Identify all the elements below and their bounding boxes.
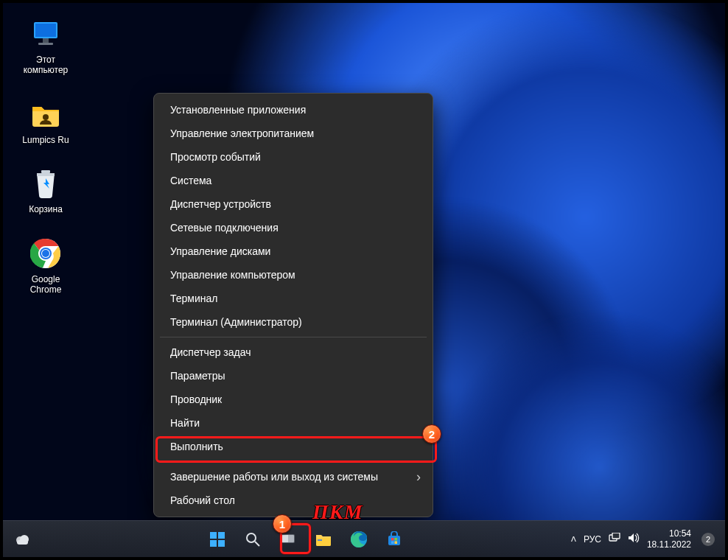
svg-rect-13 bbox=[210, 532, 217, 539]
svg-rect-2 bbox=[43, 38, 49, 43]
search-icon bbox=[245, 531, 261, 547]
winx-item-сетевые-подключения[interactable]: Сетевые подключения bbox=[154, 216, 433, 239]
winx-item-терминал-администратор[interactable]: Терминал (Администратор) bbox=[154, 310, 433, 334]
notification-count[interactable]: 2 bbox=[701, 533, 715, 546]
svg-rect-21 bbox=[282, 535, 288, 542]
edge-button[interactable] bbox=[343, 524, 374, 555]
svg-line-18 bbox=[255, 542, 259, 546]
desktop-icon-label: Этоткомпьютер bbox=[24, 55, 69, 76]
winx-item-диспетчер-устройств[interactable]: Диспетчер устройств bbox=[154, 192, 433, 216]
svg-rect-27 bbox=[395, 538, 398, 541]
system-tray: ᐱ РУС 10:54 18.11.2022 2 bbox=[571, 528, 725, 550]
winx-item-управление-дисками[interactable]: Управление дисками bbox=[154, 239, 433, 263]
chrome-icon bbox=[28, 236, 63, 271]
store-button[interactable] bbox=[379, 524, 410, 555]
desktop-icon-lumpics[interactable]: Lumpics Ru bbox=[12, 97, 80, 145]
svg-point-9 bbox=[42, 250, 49, 257]
taskbar: ᐱ РУС 10:54 18.11.2022 2 bbox=[3, 520, 725, 557]
start-context-menu: Установленные приложенияУправление элект… bbox=[153, 93, 433, 517]
winx-item-завершение-работы-или-выход-из-системы[interactable]: Завершение работы или выход из системы bbox=[154, 465, 433, 489]
winx-item-проводник[interactable]: Проводник bbox=[154, 388, 433, 411]
svg-rect-31 bbox=[612, 533, 620, 539]
annotation-badge-2: 2 bbox=[422, 424, 441, 444]
svg-rect-16 bbox=[218, 540, 225, 547]
winx-separator bbox=[160, 337, 427, 337]
svg-rect-14 bbox=[218, 532, 225, 539]
svg-rect-1 bbox=[35, 24, 56, 37]
language-indicator[interactable]: РУС bbox=[584, 534, 601, 545]
explorer-icon bbox=[315, 531, 332, 547]
winx-item-параметры[interactable]: Параметры bbox=[154, 364, 433, 388]
recycle-bin-icon bbox=[28, 166, 63, 201]
search-button[interactable] bbox=[237, 524, 268, 555]
widgets-button[interactable] bbox=[7, 524, 38, 555]
winx-item-диспетчер-задач[interactable]: Диспетчер задач bbox=[154, 340, 433, 364]
monitor-icon bbox=[28, 16, 63, 52]
weather-icon bbox=[14, 531, 30, 547]
desktop-icons-area: Этоткомпьютер Lumpics Ru Корзина GoogleC… bbox=[12, 16, 80, 295]
desktop-icon-label: Lumpics Ru bbox=[22, 135, 69, 145]
svg-rect-29 bbox=[395, 541, 398, 544]
svg-rect-12 bbox=[17, 540, 28, 545]
svg-rect-15 bbox=[210, 540, 217, 547]
winx-item-управление-электропитанием[interactable]: Управление электропитанием bbox=[154, 122, 433, 145]
file-explorer-button[interactable] bbox=[308, 524, 339, 555]
desktop-icon-label: GoogleChrome bbox=[30, 274, 62, 295]
edge-icon bbox=[350, 531, 368, 548]
winx-item-рабочий-стол[interactable]: Рабочий стол bbox=[154, 489, 433, 512]
windows-icon bbox=[209, 531, 226, 548]
tray-overflow-button[interactable]: ᐱ bbox=[571, 535, 576, 543]
network-icon[interactable] bbox=[609, 533, 620, 545]
winx-item-найти[interactable]: Найти bbox=[154, 411, 433, 435]
winx-item-просмотр-событий[interactable]: Просмотр событий bbox=[154, 145, 433, 169]
taskbar-center bbox=[41, 524, 571, 555]
store-icon bbox=[386, 531, 402, 547]
svg-rect-28 bbox=[391, 541, 394, 544]
winx-item-выполнить[interactable]: Выполнить bbox=[154, 435, 433, 458]
desktop-icon-this-pc[interactable]: Этоткомпьютер bbox=[12, 16, 80, 76]
winx-item-терминал[interactable]: Терминал bbox=[154, 287, 433, 310]
winx-item-установленные-приложения[interactable]: Установленные приложения bbox=[154, 98, 433, 122]
svg-rect-5 bbox=[41, 170, 50, 173]
annotation-pkm-label: ПКМ bbox=[312, 500, 363, 524]
clock[interactable]: 10:54 18.11.2022 bbox=[647, 528, 691, 550]
desktop-icon-chrome[interactable]: GoogleChrome bbox=[12, 236, 80, 295]
svg-rect-23 bbox=[318, 539, 322, 541]
desktop-icon-recycle-bin[interactable]: Корзина bbox=[12, 166, 80, 214]
winx-separator bbox=[160, 461, 427, 462]
svg-rect-25 bbox=[388, 536, 400, 545]
winx-item-управление-компьютером[interactable]: Управление компьютером bbox=[154, 263, 433, 287]
annotation-badge-1: 1 bbox=[273, 514, 292, 533]
start-button[interactable] bbox=[202, 524, 233, 555]
volume-icon[interactable] bbox=[628, 533, 640, 545]
svg-point-17 bbox=[247, 533, 256, 542]
desktop-icon-label: Корзина bbox=[29, 204, 63, 214]
clock-time: 10:54 bbox=[647, 528, 691, 539]
winx-item-система[interactable]: Система bbox=[154, 169, 433, 192]
svg-rect-22 bbox=[316, 538, 331, 546]
svg-rect-3 bbox=[38, 43, 53, 45]
folder-user-icon bbox=[28, 97, 63, 132]
svg-point-4 bbox=[43, 114, 49, 120]
svg-rect-26 bbox=[391, 538, 394, 541]
clock-date: 18.11.2022 bbox=[647, 539, 691, 550]
